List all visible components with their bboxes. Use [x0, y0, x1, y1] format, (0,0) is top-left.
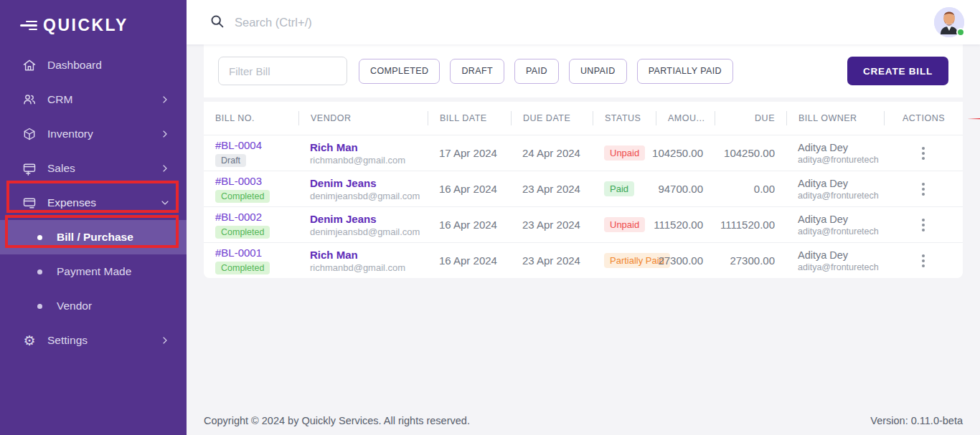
- due-value: 0.00: [754, 183, 775, 195]
- table-row: #BL-0001 Completed Rich Man richmanbd@gm…: [204, 242, 963, 278]
- chevron-right-icon: [159, 163, 171, 174]
- card-minus-icon: [22, 195, 37, 211]
- filter-draft-button[interactable]: DRAFT: [450, 59, 504, 84]
- more-actions-icon[interactable]: [915, 254, 932, 267]
- bill-date: 16 Apr 2024: [439, 183, 497, 195]
- col-bill-owner: BILL OWNER: [786, 111, 884, 125]
- amount-value: 111520.00: [654, 219, 703, 231]
- filter-completed-button[interactable]: COMPLETED: [359, 59, 440, 84]
- bill-owner-name: Aditya Dey: [798, 249, 872, 261]
- status-badge: Completed: [215, 262, 270, 274]
- payment-status-badge: Paid: [604, 181, 634, 196]
- main-content: COMPLETED DRAFT PAID UNPAID PARTIALLY PA…: [187, 44, 980, 435]
- more-actions-icon[interactable]: [915, 183, 932, 196]
- sidebar-item-bill-purchase[interactable]: Bill / Purchase: [0, 220, 187, 254]
- sidebar-item-expenses[interactable]: Expenses: [0, 186, 187, 220]
- users-icon: [22, 92, 37, 107]
- annotation-arrow: [967, 109, 980, 128]
- table-row: #BL-0002 Completed Denim Jeans denimjean…: [204, 206, 963, 242]
- create-bill-button[interactable]: CREATE BILL: [847, 57, 948, 85]
- vendor-email: richmanbd@gmail.com: [310, 155, 416, 166]
- filter-toolbar: COMPLETED DRAFT PAID UNPAID PARTIALLY PA…: [204, 44, 963, 102]
- col-actions: ACTIONS: [884, 111, 963, 125]
- due-value: 27300.00: [730, 254, 775, 267]
- status-badge: Completed: [215, 190, 270, 203]
- bill-date: 17 Apr 2024: [439, 147, 497, 159]
- vendor-email: richmanbd@gmail.com: [310, 262, 416, 273]
- status-badge: Draft: [215, 154, 246, 167]
- bill-owner-name: Aditya Dey: [798, 142, 872, 153]
- bullet-icon: [37, 269, 42, 274]
- logo-text: QUICKLY: [43, 16, 128, 35]
- col-vendor: VENDOR: [298, 111, 428, 125]
- sidebar-item-settings[interactable]: ⚙ Settings: [0, 323, 187, 358]
- chevron-right-icon: [159, 94, 171, 105]
- sidebar-item-label: Sales: [47, 162, 159, 175]
- gear-icon: ⚙: [22, 333, 37, 348]
- due-date: 24 Apr 2024: [522, 147, 580, 159]
- bill-number-link[interactable]: #BL-0002: [215, 211, 287, 223]
- sidebar-item-vendor[interactable]: Vendor: [0, 289, 187, 323]
- filter-unpaid-button[interactable]: UNPAID: [569, 59, 627, 84]
- chevron-right-icon: [159, 335, 171, 346]
- col-amount: AMOU...: [656, 111, 715, 125]
- filter-partially-paid-button[interactable]: PARTIALLY PAID: [637, 59, 733, 84]
- sidebar-item-inventory[interactable]: Inventory: [0, 117, 187, 151]
- footer: Copyright © 2024 by Quickly Services. Al…: [204, 415, 963, 426]
- sidebar-item-crm[interactable]: CRM: [0, 82, 187, 117]
- sidebar-item-label: Expenses: [47, 196, 159, 209]
- sidebar-item-label: Inventory: [47, 128, 159, 140]
- bill-owner-name: Aditya Dey: [798, 178, 872, 189]
- more-actions-icon[interactable]: [915, 147, 932, 160]
- bill-number-link[interactable]: #BL-0003: [215, 175, 287, 187]
- vendor-email: denimjeansbd@gmail.com: [310, 226, 416, 237]
- search-input[interactable]: [235, 16, 593, 29]
- card-plus-icon: [22, 161, 37, 176]
- bullet-icon: [37, 304, 42, 309]
- logo-speedlines-icon: [20, 21, 37, 31]
- vendor-email: denimjeansbd@gmail.com: [310, 191, 416, 201]
- avatar[interactable]: [934, 7, 964, 37]
- vendor-name-link[interactable]: Denim Jeans: [310, 213, 416, 225]
- sidebar-item-dashboard[interactable]: Dashboard: [0, 48, 187, 82]
- status-badge: Completed: [215, 226, 270, 239]
- col-bill-no: BILL NO.: [204, 111, 298, 125]
- bill-list-card: COMPLETED DRAFT PAID UNPAID PARTIALLY PA…: [204, 44, 963, 278]
- table-row: #BL-0004 Draft Rich Man richmanbd@gmail.…: [204, 135, 963, 171]
- due-value: 104250.00: [724, 147, 775, 159]
- bill-number-link[interactable]: #BL-0001: [215, 247, 287, 259]
- top-header: [187, 0, 980, 44]
- box-icon: [22, 126, 37, 142]
- sidebar-item-sales[interactable]: Sales: [0, 151, 187, 186]
- col-due: DUE: [715, 111, 786, 125]
- vendor-name-link[interactable]: Rich Man: [310, 249, 416, 261]
- global-search: [209, 14, 934, 32]
- bullet-icon: [37, 235, 42, 240]
- filter-paid-button[interactable]: PAID: [514, 59, 559, 84]
- vendor-name-link[interactable]: Denim Jeans: [310, 177, 416, 189]
- sidebar-item-label: Dashboard: [47, 59, 171, 72]
- table-header: BILL NO. VENDOR BILL DATE DUE DATE STATU…: [204, 102, 963, 135]
- amount-value: 104250.00: [652, 147, 703, 159]
- home-icon: [22, 57, 37, 73]
- bill-owner-email: aditya@fronturetech: [798, 226, 872, 236]
- sidebar-item-payment-made[interactable]: Payment Made: [0, 254, 187, 289]
- due-date: 23 Apr 2024: [522, 183, 580, 195]
- search-icon[interactable]: [209, 14, 225, 32]
- more-actions-icon[interactable]: [915, 219, 932, 231]
- sidebar-item-label: Payment Made: [57, 265, 131, 278]
- bill-owner-email: aditya@fronturetech: [798, 191, 872, 201]
- bill-date: 16 Apr 2024: [439, 254, 497, 267]
- vendor-name-link[interactable]: Rich Man: [310, 141, 416, 153]
- chevron-down-icon: [159, 197, 171, 209]
- table-row: #BL-0003 Completed Denim Jeans denimjean…: [204, 171, 963, 206]
- version-text: Version: 0.11.0-beta: [870, 415, 963, 426]
- app-logo: QUICKLY: [0, 0, 187, 48]
- sidebar-item-label: Vendor: [57, 300, 92, 312]
- due-date: 23 Apr 2024: [522, 219, 580, 231]
- due-date: 23 Apr 2024: [522, 254, 580, 267]
- filter-bill-input[interactable]: [218, 57, 347, 85]
- col-due-date: DUE DATE: [511, 111, 593, 125]
- bill-number-link[interactable]: #BL-0004: [215, 139, 287, 151]
- col-status: STATUS: [593, 111, 656, 125]
